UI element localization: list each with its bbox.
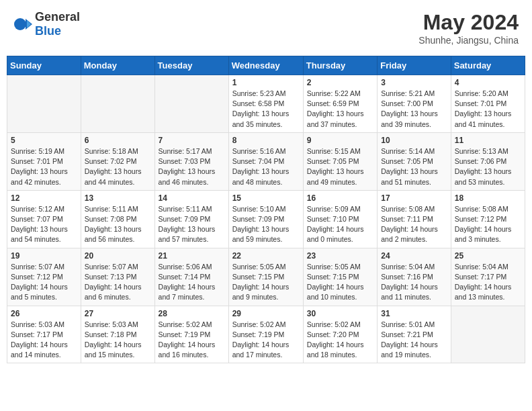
- calendar-cell: 16Sunrise: 5:09 AMSunset: 7:10 PMDayligh…: [303, 190, 377, 248]
- day-number: 12: [11, 193, 77, 203]
- day-number: 26: [11, 309, 77, 318]
- day-info-line: Sunset: 7:15 PM: [232, 273, 285, 281]
- calendar-cell: 2Sunrise: 5:22 AMSunset: 6:59 PMDaylight…: [303, 75, 377, 133]
- weekday-header-monday: Monday: [81, 56, 154, 75]
- day-info-line: Sunset: 7:09 PM: [159, 215, 211, 223]
- calendar-week-row: 19Sunrise: 5:07 AMSunset: 7:12 PMDayligh…: [7, 248, 525, 306]
- day-info-line: Sunrise: 5:21 AM: [381, 89, 435, 97]
- day-info-line: and 17 minutes.: [232, 351, 283, 359]
- day-info: Sunrise: 5:23 AMSunset: 6:58 PMDaylight:…: [232, 89, 300, 130]
- day-info-line: Sunrise: 5:17 AM: [159, 147, 212, 155]
- calendar-week-row: 1Sunrise: 5:23 AMSunset: 6:58 PMDaylight…: [7, 75, 525, 133]
- svg-marker-2: [27, 20, 31, 28]
- calendar-cell: 18Sunrise: 5:08 AMSunset: 7:12 PMDayligh…: [451, 190, 525, 248]
- day-info-line: Sunset: 7:05 PM: [381, 157, 433, 165]
- calendar-cell: 10Sunrise: 5:14 AMSunset: 7:05 PMDayligh…: [378, 132, 451, 190]
- day-number: 22: [232, 251, 300, 261]
- calendar-cell: 24Sunrise: 5:04 AMSunset: 7:16 PMDayligh…: [378, 248, 451, 306]
- day-number: 24: [381, 251, 447, 261]
- svg-point-0: [14, 18, 26, 30]
- day-info-line: and 6 minutes.: [85, 293, 131, 301]
- logo-text: General Blue: [35, 10, 80, 38]
- calendar-cell: 28Sunrise: 5:02 AMSunset: 7:19 PMDayligh…: [154, 306, 228, 363]
- day-info-line: and 5 minutes.: [11, 293, 57, 301]
- day-info-line: and 54 minutes.: [11, 235, 61, 243]
- day-info-line: Sunrise: 5:02 AM: [159, 320, 212, 328]
- calendar-cell: 8Sunrise: 5:16 AMSunset: 7:04 PMDaylight…: [228, 132, 303, 190]
- day-info-line: Daylight: 13 hours: [159, 225, 216, 233]
- calendar-cell: 7Sunrise: 5:17 AMSunset: 7:03 PMDaylight…: [154, 132, 228, 190]
- day-info-line: Sunset: 7:17 PM: [455, 273, 507, 281]
- day-info-line: and 13 minutes.: [455, 293, 505, 301]
- day-info: Sunrise: 5:22 AMSunset: 6:59 PMDaylight:…: [307, 89, 373, 130]
- day-info: Sunrise: 5:03 AMSunset: 7:17 PMDaylight:…: [11, 320, 77, 361]
- day-number: 11: [455, 136, 521, 145]
- day-info: Sunrise: 5:07 AMSunset: 7:13 PMDaylight:…: [85, 262, 151, 303]
- day-info-line: and 37 minutes.: [307, 120, 357, 128]
- calendar-cell: 23Sunrise: 5:05 AMSunset: 7:15 PMDayligh…: [303, 248, 377, 306]
- day-info-line: and 41 minutes.: [455, 120, 505, 128]
- weekday-header-friday: Friday: [378, 56, 451, 75]
- logo-icon: [13, 15, 32, 34]
- day-info-line: Sunrise: 5:19 AM: [11, 147, 64, 155]
- day-number: 25: [455, 251, 521, 261]
- day-info-line: Sunset: 7:16 PM: [381, 273, 433, 281]
- day-info: Sunrise: 5:08 AMSunset: 7:12 PMDaylight:…: [455, 204, 521, 245]
- day-info: Sunrise: 5:17 AMSunset: 7:03 PMDaylight:…: [159, 146, 225, 187]
- day-info: Sunrise: 5:02 AMSunset: 7:20 PMDaylight:…: [307, 320, 373, 361]
- day-info-line: and 42 minutes.: [11, 178, 61, 186]
- calendar-cell: 1Sunrise: 5:23 AMSunset: 6:58 PMDaylight…: [228, 75, 303, 133]
- day-info-line: Daylight: 13 hours: [307, 109, 364, 118]
- day-info-line: Sunset: 7:17 PM: [11, 330, 63, 338]
- day-info-line: Sunset: 7:15 PM: [307, 273, 359, 281]
- calendar-cell: 17Sunrise: 5:08 AMSunset: 7:11 PMDayligh…: [378, 190, 451, 248]
- day-info: Sunrise: 5:21 AMSunset: 7:00 PMDaylight:…: [381, 89, 447, 130]
- day-info-line: Sunrise: 5:03 AM: [11, 320, 64, 328]
- day-info-line: Sunset: 7:06 PM: [455, 157, 507, 165]
- day-number: 18: [455, 193, 521, 203]
- day-info-line: Sunrise: 5:07 AM: [85, 263, 138, 271]
- day-info: Sunrise: 5:19 AMSunset: 7:01 PMDaylight:…: [11, 146, 77, 187]
- day-info-line: Sunset: 7:09 PM: [232, 215, 285, 223]
- day-info-line: Sunset: 7:01 PM: [455, 99, 507, 107]
- calendar-cell: 26Sunrise: 5:03 AMSunset: 7:17 PMDayligh…: [7, 306, 81, 363]
- logo: General Blue: [13, 10, 80, 38]
- calendar-cell: 15Sunrise: 5:10 AMSunset: 7:09 PMDayligh…: [228, 190, 303, 248]
- day-info: Sunrise: 5:04 AMSunset: 7:17 PMDaylight:…: [455, 262, 521, 303]
- day-info-line: Sunset: 7:18 PM: [85, 330, 137, 338]
- day-number: 21: [159, 251, 225, 261]
- day-info-line: Sunrise: 5:20 AM: [455, 89, 508, 97]
- day-info-line: and 44 minutes.: [85, 178, 135, 186]
- day-number: 2: [307, 78, 373, 87]
- day-info: Sunrise: 5:02 AMSunset: 7:19 PMDaylight:…: [232, 320, 300, 361]
- day-info-line: and 49 minutes.: [307, 178, 357, 186]
- day-number: 6: [85, 136, 151, 145]
- logo-blue: Blue: [35, 24, 61, 38]
- day-info-line: Sunset: 7:12 PM: [11, 273, 63, 281]
- day-info-line: Sunset: 7:19 PM: [159, 330, 211, 338]
- day-info-line: Daylight: 13 hours: [232, 225, 290, 233]
- day-info-line: and 9 minutes.: [232, 293, 279, 301]
- day-info-line: Sunset: 6:59 PM: [307, 99, 359, 107]
- day-info-line: Sunset: 7:20 PM: [307, 330, 359, 338]
- calendar-cell: 13Sunrise: 5:11 AMSunset: 7:08 PMDayligh…: [81, 190, 154, 248]
- calendar-cell: 3Sunrise: 5:21 AMSunset: 7:00 PMDaylight…: [378, 75, 451, 133]
- day-info-line: Daylight: 13 hours: [455, 109, 512, 118]
- day-info-line: Sunrise: 5:08 AM: [455, 205, 508, 213]
- day-info-line: and 46 minutes.: [159, 178, 209, 186]
- day-info-line: Daylight: 13 hours: [85, 167, 142, 175]
- month-year-title: May 2024: [418, 10, 519, 35]
- day-info-line: Sunrise: 5:03 AM: [85, 320, 138, 328]
- day-info: Sunrise: 5:11 AMSunset: 7:08 PMDaylight:…: [85, 204, 151, 245]
- day-number: 27: [85, 309, 151, 318]
- day-info-line: Sunrise: 5:06 AM: [159, 263, 212, 271]
- day-info-line: Daylight: 14 hours: [455, 283, 512, 291]
- day-info: Sunrise: 5:07 AMSunset: 7:12 PMDaylight:…: [11, 262, 77, 303]
- day-info: Sunrise: 5:13 AMSunset: 7:06 PMDaylight:…: [455, 146, 521, 187]
- calendar-cell: 19Sunrise: 5:07 AMSunset: 7:12 PMDayligh…: [7, 248, 81, 306]
- day-info-line: Sunrise: 5:12 AM: [11, 205, 64, 213]
- logo-general: General: [35, 10, 80, 24]
- calendar-cell: 27Sunrise: 5:03 AMSunset: 7:18 PMDayligh…: [81, 306, 154, 363]
- day-info-line: Daylight: 13 hours: [232, 109, 290, 118]
- calendar-cell: [7, 75, 81, 133]
